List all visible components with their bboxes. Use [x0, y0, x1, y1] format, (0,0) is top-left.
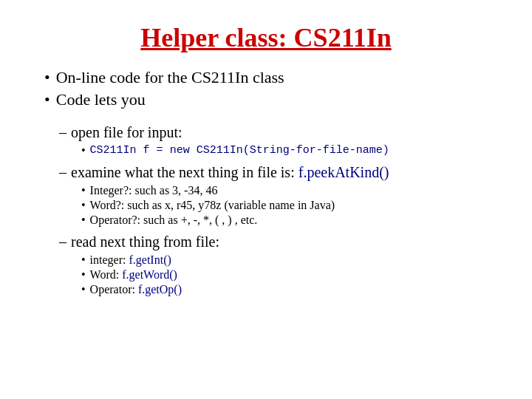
sub-bullets-examine: Integer?: such as 3, -34, 46 Word?: such…: [81, 184, 488, 227]
section-read: read next thing from file: integer: f.ge…: [59, 233, 488, 299]
dash-open-file: open file for input:: [59, 124, 488, 141]
sub-bullets-open-file: CS211In f = new CS211In(String-for-file-…: [81, 144, 488, 157]
sub-bullets-read: integer: f.getInt() Word: f.getWord() Op…: [81, 253, 488, 296]
section-examine: examine what the next thing in file is: …: [59, 164, 488, 229]
slide: Helper class: CS211In On-line code for t…: [0, 0, 532, 399]
section-open-file: open file for input: CS211In f = new CS2…: [59, 124, 488, 160]
slide-title: Helper class: CS211In: [44, 22, 488, 53]
top-bullet-1: On-line code for the CS211In class: [44, 68, 488, 87]
sub-bullet-word: Word?: such as x, r45, y78z (variable na…: [81, 199, 488, 212]
sub-bullet-get-int: integer: f.getInt(): [81, 253, 488, 267]
dash-read: read next thing from file:: [59, 233, 488, 250]
sub-bullet-integer: Integer?: such as 3, -34, 46: [81, 184, 488, 197]
sub-bullet-operator: Operator?: such as +, -, *, ( , ) , etc.: [81, 214, 488, 227]
top-bullet-2: Code lets you: [44, 90, 488, 109]
dash-examine: examine what the next thing in file is: …: [59, 164, 488, 181]
peek-at-kind-link: f.peekAtKind(): [299, 164, 389, 180]
sub-bullet-get-word: Word: f.getWord(): [81, 268, 488, 282]
top-bullets-list: On-line code for the CS211In class Code …: [44, 68, 488, 112]
sub-bullet-cs211-constructor: CS211In f = new CS211In(String-for-file-…: [81, 144, 488, 157]
sub-bullet-get-op: Operator: f.getOp(): [81, 283, 488, 296]
